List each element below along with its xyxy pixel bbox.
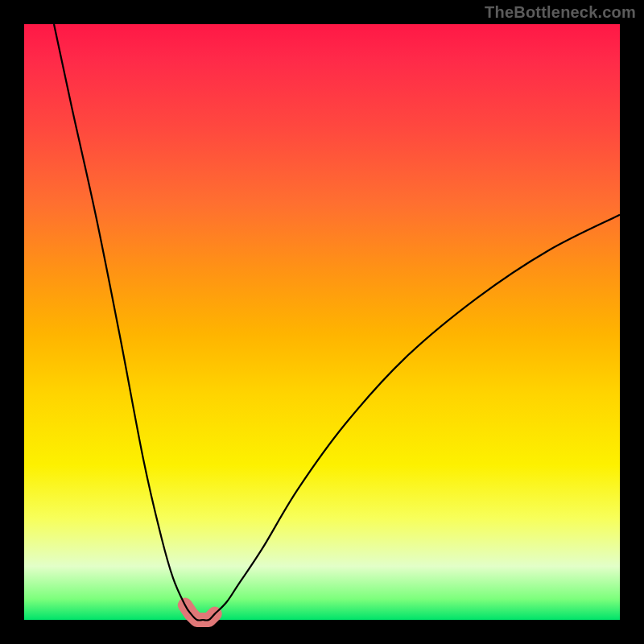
bottleneck-curve bbox=[54, 24, 620, 621]
plot-area bbox=[24, 24, 620, 620]
chart-frame: TheBottleneck.com bbox=[0, 0, 644, 644]
curve-svg bbox=[24, 24, 620, 620]
watermark-text: TheBottleneck.com bbox=[485, 3, 636, 22]
